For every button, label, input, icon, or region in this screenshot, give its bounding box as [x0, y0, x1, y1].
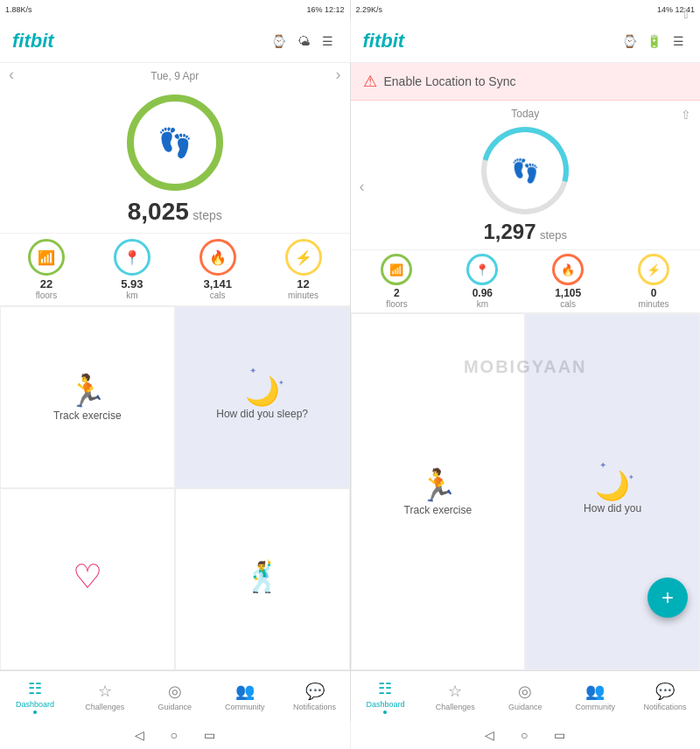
- nav-dashboard-right[interactable]: ☷ Dashboard: [351, 671, 421, 721]
- notifications-label-left: Notifications: [293, 703, 336, 711]
- device-icon-right[interactable]: ⌚: [620, 32, 639, 51]
- weather-icon-left[interactable]: 🌤: [294, 32, 313, 51]
- stat-mins-left[interactable]: ⚡ 12 minutes: [261, 239, 346, 300]
- cals-icon-right: 🔥: [561, 263, 575, 276]
- stat-floors-left[interactable]: 📶 22 floors: [4, 239, 89, 300]
- share-icon-right[interactable]: ⇧: [681, 108, 691, 122]
- km-circle-right: 📍: [466, 254, 498, 285]
- guidance-label-left: Guidance: [158, 703, 192, 711]
- left-steps-section: 👣 8,025 steps: [0, 86, 350, 233]
- right-status-left: 2.29K/s: [356, 5, 383, 14]
- today-header: Today ⇧: [351, 101, 701, 123]
- community-icon-right: 👥: [585, 682, 605, 701]
- right-status-bar: 2.29K/s 14% 12:41: [351, 0, 701, 19]
- right-system-nav: ◁ ○ ▭: [351, 721, 701, 749]
- cals-unit-right: cals: [560, 299, 576, 309]
- run-icon-left: 🏃: [67, 373, 107, 410]
- nav-community-left[interactable]: 👥 Community: [210, 671, 280, 721]
- recents-button-left[interactable]: ▭: [204, 728, 215, 742]
- nav-dashboard-left[interactable]: ☷ Dashboard: [0, 671, 70, 721]
- battery-icon-right: 🔋: [644, 32, 663, 51]
- challenges-icon-right: ☆: [448, 682, 462, 701]
- stat-mins-right[interactable]: ⚡ 0 minutes: [611, 254, 696, 309]
- bottom-nav-bars: ☷ Dashboard ☆ Challenges ◎ Guidance 👥 Co…: [0, 670, 700, 721]
- menu-icon-right[interactable]: ☰: [668, 32, 688, 51]
- community-label-left: Community: [225, 703, 265, 711]
- right-cards-area: 🏃 Track exercise ✦ ✦ 🌙 How did you: [351, 312, 701, 670]
- km-circle-left: 📍: [114, 239, 150, 276]
- challenges-label-right: Challenges: [436, 703, 475, 711]
- exercise-card-right[interactable]: 🏃 Track exercise: [351, 313, 526, 670]
- guidance-label-right: Guidance: [508, 703, 542, 711]
- cals-value-right: 1,105: [555, 287, 581, 299]
- cals-icon-left: 🔥: [209, 249, 227, 266]
- nav-notifications-right[interactable]: 💬 Notifications: [630, 671, 700, 721]
- menu-icon-left[interactable]: ☰: [318, 32, 338, 51]
- device-icon-left[interactable]: ⌚: [270, 32, 289, 51]
- run-icon-right: 🏃: [418, 467, 458, 504]
- mins-value-left: 12: [297, 277, 309, 290]
- left-header-icons: ⌚ 🌤 ☰: [270, 32, 338, 51]
- floors-icon-left: 📶: [38, 249, 55, 266]
- dashboard-label-right: Dashboard: [366, 700, 404, 709]
- nav-challenges-right[interactable]: ☆ Challenges: [420, 671, 490, 721]
- floors-value-right: 2: [394, 287, 400, 299]
- stat-floors-right[interactable]: 📶 2 floors: [354, 254, 440, 309]
- prev-day-arrow[interactable]: ‹: [9, 66, 14, 84]
- nav-guidance-right[interactable]: ◎ Guidance: [490, 671, 560, 721]
- nav-guidance-left[interactable]: ◎ Guidance: [140, 671, 210, 721]
- mins-icon-right: ⚡: [647, 263, 661, 276]
- community-icon-left: 👥: [235, 682, 255, 701]
- location-alert[interactable]: ⚠ Enable Location to Sync: [351, 63, 701, 101]
- home-button-right[interactable]: ○: [521, 728, 528, 742]
- step-number-left: 8,025: [128, 198, 189, 225]
- left-app-header: fitbit ⌚ 🌤 ☰: [0, 19, 351, 62]
- prev-arrow-right[interactable]: ‹: [360, 178, 365, 196]
- star2: ✦: [278, 379, 284, 387]
- star4: ✦: [628, 473, 634, 481]
- battery-time-left: 16% 12:12: [306, 5, 344, 14]
- recents-button-right[interactable]: ▭: [554, 728, 565, 742]
- back-button-right[interactable]: ◁: [485, 728, 494, 742]
- dashboard-icon-left: ☷: [28, 679, 42, 698]
- exercise-label-left: Track exercise: [53, 410, 122, 422]
- sleep-visual-left: ✦ ✦ 🌙: [245, 374, 280, 408]
- sleep-card-left[interactable]: ✦ ✦ 🌙 How did you sleep?: [175, 306, 350, 488]
- moon-icon-left: 🌙: [245, 374, 280, 408]
- floors-unit-right: floors: [386, 299, 407, 309]
- stat-cals-right[interactable]: 🔥 1,105 cals: [525, 254, 611, 309]
- home-button-left[interactable]: ○: [171, 728, 178, 742]
- challenge-card-left[interactable]: 🕺: [175, 488, 350, 670]
- footprint-icon-left: 👣: [158, 126, 192, 159]
- next-day-arrow[interactable]: ›: [335, 66, 340, 84]
- fitbit-logo-left: fitbit: [12, 30, 54, 52]
- guidance-icon-right: ◎: [518, 682, 532, 701]
- back-button-left[interactable]: ◁: [135, 728, 144, 742]
- steps-circle-right: 👣: [481, 127, 569, 214]
- nav-challenges-left[interactable]: ☆ Challenges: [70, 671, 140, 721]
- active-dot-right: [383, 710, 387, 714]
- nav-notifications-left[interactable]: 💬 Notifications: [280, 671, 350, 721]
- left-bottom-nav: ☷ Dashboard ☆ Challenges ◎ Guidance 👥 Co…: [0, 671, 351, 721]
- stat-km-left[interactable]: 📍 5.93 km: [89, 239, 175, 300]
- stat-cals-left[interactable]: 🔥 3,141 cals: [175, 239, 261, 300]
- steps-count-right: 1,297 steps: [483, 220, 567, 244]
- right-stats-row: 📶 2 floors 📍 0.96 km 🔥 1,105 cals: [351, 249, 701, 312]
- left-stats-row: 📶 22 floors 📍 5.93 km 🔥 3,141 cals: [0, 233, 350, 305]
- exercise-label-right: Track exercise: [404, 504, 472, 516]
- right-steps-section: ‹ 👣 1,297 steps: [351, 123, 701, 249]
- nav-community-right[interactable]: 👥 Community: [560, 671, 630, 721]
- km-icon-left: 📍: [123, 249, 141, 266]
- notifications-icon-left: 💬: [305, 682, 325, 701]
- heart-card-left[interactable]: ♡: [0, 488, 175, 670]
- cals-value-left: 3,141: [203, 277, 232, 290]
- stat-km-right[interactable]: 📍 0.96 km: [439, 254, 525, 309]
- alert-text: Enable Location to Sync: [384, 74, 516, 88]
- left-status-left: 1.88K/s: [5, 5, 32, 14]
- exercise-card-left[interactable]: 🏃 Track exercise: [0, 306, 175, 488]
- floors-circle-left: 📶: [28, 239, 65, 276]
- fab-button[interactable]: +: [648, 578, 688, 618]
- dashboard-label-left: Dashboard: [16, 700, 54, 709]
- moon-icon-right: 🌙: [595, 469, 630, 502]
- left-status-right: 16% 12:12: [306, 5, 344, 14]
